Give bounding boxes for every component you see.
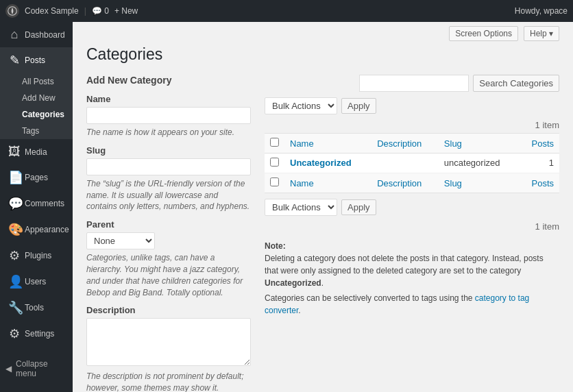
parent-hint: Categories, unlike tags, can have a hier… <box>86 252 251 298</box>
plugins-icon: ⚙ <box>8 248 21 263</box>
select-all-checkbox[interactable] <box>270 138 279 147</box>
header-name[interactable]: Name <box>284 134 371 154</box>
help-button[interactable]: Help ▾ <box>524 26 559 41</box>
sidebar-item-posts[interactable]: ✎ Posts <box>0 47 73 73</box>
dashboard-icon: ⌂ <box>8 27 21 42</box>
sidebar-subitem-all-posts[interactable]: All Posts <box>0 73 73 90</box>
parent-section: Parent None Categories, unlike tags, can… <box>86 219 251 298</box>
name-section: Name The name is how it appears on your … <box>86 94 251 138</box>
categories-table-section: Search Categories Bulk Actions Apply 1 i… <box>265 75 559 392</box>
main-content: Screen Options Help ▾ Categories Add New… <box>73 22 573 392</box>
comment-count-icon[interactable]: 💬 0 <box>92 6 109 16</box>
table-body: Uncategorized uncategorized 1 <box>265 154 559 173</box>
screen-options-button[interactable]: Screen Options <box>449 26 518 41</box>
header-posts[interactable]: Posts <box>520 134 559 154</box>
note-paragraph2: Categories can be selectively converted … <box>265 292 559 317</box>
footer-checkbox-col <box>265 173 284 193</box>
row-name-cell: Uncategorized <box>284 154 371 173</box>
table-row: Uncategorized uncategorized 1 <box>265 154 559 173</box>
note-section: Note: Deleting a category does not delet… <box>265 240 559 317</box>
sidebar-item-settings[interactable]: ⚙ Settings <box>0 321 73 347</box>
wp-logo[interactable] <box>5 4 19 18</box>
posts-submenu: All Posts Add New Categories Tags <box>0 73 73 139</box>
category-name-link[interactable]: Uncategorized <box>290 158 352 168</box>
sidebar-item-tools[interactable]: 🔧 Tools <box>0 295 73 321</box>
apply-button-top[interactable]: Apply <box>341 98 376 114</box>
site-name[interactable]: Codex Sample <box>25 6 79 16</box>
items-count-bottom: 1 item <box>265 221 559 232</box>
sidebar-item-media[interactable]: 🖼 Media <box>0 139 73 164</box>
description-textarea[interactable] <box>86 318 251 366</box>
sidebar-menu: ⌂ Dashboard ✎ Posts All Posts Add New Ca… <box>0 22 73 347</box>
users-icon: 👤 <box>8 274 21 289</box>
adminbar-separator: | <box>84 6 86 16</box>
categories-table: Name Description Slug Posts Uncategorize… <box>265 133 559 193</box>
page-title: Categories <box>86 45 559 64</box>
row-checkbox[interactable] <box>270 158 279 167</box>
footer-posts[interactable]: Posts <box>520 173 559 193</box>
adminbar-left: Codex Sample | 💬 0 + New <box>5 4 515 18</box>
wp-icon <box>8 6 17 16</box>
admin-bar: Codex Sample | 💬 0 + New Howdy, wpace <box>0 0 573 22</box>
row-checkbox-cell <box>265 154 284 173</box>
select-all-checkbox-bottom[interactable] <box>270 177 279 186</box>
slug-label: Slug <box>86 145 251 156</box>
sidebar-item-pages[interactable]: 📄 Pages <box>0 164 73 191</box>
comments-icon: 💬 <box>8 196 21 211</box>
sidebar-item-users[interactable]: 👤 Users <box>0 269 73 295</box>
topbar: Screen Options Help ▾ <box>73 22 573 45</box>
add-new-link[interactable]: + New <box>114 6 138 16</box>
apply-button-bottom[interactable]: Apply <box>341 199 376 215</box>
footer-name[interactable]: Name <box>284 173 371 193</box>
footer-slug[interactable]: Slug <box>439 173 520 193</box>
name-label: Name <box>86 94 251 104</box>
posts-icon: ✎ <box>8 53 21 68</box>
bulk-actions-select-bottom[interactable]: Bulk Actions <box>265 199 337 216</box>
sidebar: ⌂ Dashboard ✎ Posts All Posts Add New Ca… <box>0 22 73 392</box>
description-hint: The description is not prominent by defa… <box>86 371 251 392</box>
description-section: Description The description is not promi… <box>86 305 251 392</box>
tools-icon: 🔧 <box>8 300 21 315</box>
header-checkbox-col <box>265 134 284 154</box>
collapse-menu[interactable]: ◀ Collapse menu <box>0 352 73 385</box>
name-input[interactable] <box>86 107 251 124</box>
bulk-actions-bar-bottom: Bulk Actions Apply <box>265 199 559 216</box>
table-footer-row: Name Description Slug Posts <box>265 173 559 193</box>
row-posts-cell: 1 <box>520 154 559 173</box>
sidebar-item-appearance[interactable]: 🎨 Appearance <box>0 217 73 243</box>
sidebar-subitem-add-new[interactable]: Add New <box>0 90 73 106</box>
media-icon: 🖼 <box>8 145 21 159</box>
header-description[interactable]: Description <box>371 134 439 154</box>
header-slug[interactable]: Slug <box>439 134 520 154</box>
note-heading: Note: <box>265 240 559 252</box>
appearance-icon: 🎨 <box>8 222 21 237</box>
add-category-form: Add New Category Name The name is how it… <box>86 75 251 392</box>
pages-icon: 📄 <box>8 170 21 185</box>
bulk-actions-select-top[interactable]: Bulk Actions <box>265 97 337 114</box>
parent-select[interactable]: None <box>86 232 155 249</box>
search-bar: Search Categories <box>265 75 559 92</box>
slug-section: Slug The “slug” is the URL-friendly vers… <box>86 145 251 212</box>
slug-input[interactable] <box>86 158 251 175</box>
row-slug-cell: uncategorized <box>439 154 520 173</box>
footer-description[interactable]: Description <box>371 173 439 193</box>
search-input[interactable] <box>359 75 469 92</box>
sidebar-subitem-tags[interactable]: Tags <box>0 123 73 139</box>
add-category-heading: Add New Category <box>86 75 251 86</box>
settings-icon: ⚙ <box>8 326 21 341</box>
sidebar-item-comments[interactable]: 💬 Comments <box>0 191 73 217</box>
sidebar-subitem-categories[interactable]: Categories <box>0 106 73 123</box>
content-columns: Add New Category Name The name is how it… <box>86 75 559 392</box>
items-count-top: 1 item <box>265 120 559 130</box>
parent-label: Parent <box>86 219 251 230</box>
row-description-cell <box>371 154 439 173</box>
table-header-row: Name Description Slug Posts <box>265 134 559 154</box>
search-button[interactable]: Search Categories <box>473 75 559 92</box>
howdy-text: Howdy, wpace <box>515 6 568 16</box>
sidebar-item-plugins[interactable]: ⚙ Plugins <box>0 243 73 269</box>
note-paragraph1: Deleting a category does not delete the … <box>265 252 559 289</box>
sidebar-item-dashboard[interactable]: ⌂ Dashboard <box>0 22 73 47</box>
name-hint: The name is how it appears on your site. <box>86 127 251 138</box>
bulk-actions-bar-top: Bulk Actions Apply <box>265 97 559 114</box>
description-label: Description <box>86 305 251 315</box>
